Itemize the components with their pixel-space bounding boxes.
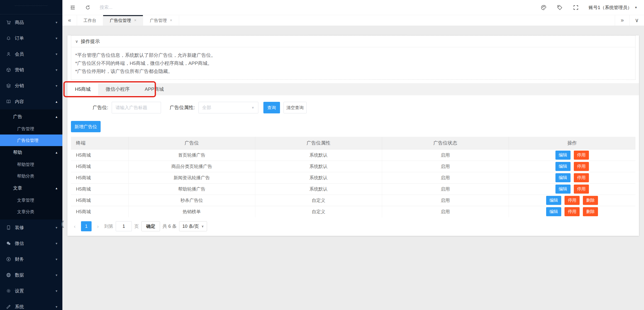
page-number-button[interactable]: 1	[81, 221, 92, 231]
attr-select[interactable]: 全部 ▼	[198, 102, 258, 113]
sidebar-item-help-category[interactable]: 帮助分类	[0, 170, 62, 182]
disable-button[interactable]: 停用	[574, 185, 589, 194]
edit-button[interactable]: 编辑	[546, 207, 561, 216]
goto-confirm-button[interactable]: 确定	[141, 221, 160, 231]
sidebar-item-distribution[interactable]: 分销 ▾	[0, 78, 62, 94]
refresh-icon[interactable]	[85, 4, 91, 11]
tab-app-mall[interactable]: APP商城	[137, 83, 171, 95]
close-icon[interactable]: ×	[170, 18, 172, 23]
sidebar-item-members[interactable]: 会员 ▾	[0, 46, 62, 62]
tab-ad-management[interactable]: 广告管理 ×	[143, 15, 179, 26]
query-button[interactable]: 查询	[263, 102, 280, 113]
delete-button[interactable]: 删除	[583, 196, 598, 205]
pagination: ‹ 1 › 到第 页 确定 共 6 条 10 条/页 ∨	[71, 221, 639, 231]
tab-wechat-miniprogram[interactable]: 微信小程序	[98, 83, 137, 95]
sidebar-item-goods[interactable]: 商品 ▾	[0, 14, 62, 30]
tab-h5-mall[interactable]: H5商城	[67, 83, 98, 95]
page-tabbar: « 工作台 广告位管理 × 广告管理 × » ∨	[62, 15, 644, 26]
disable-button[interactable]: 停用	[574, 151, 589, 160]
sidebar-item-finance[interactable]: 财务 ▾	[0, 251, 62, 267]
disable-button[interactable]: 停用	[565, 207, 580, 216]
tabs-more-button[interactable]: ∨	[629, 15, 644, 26]
sidebar-item-label: 财务	[15, 256, 56, 262]
tab-label: APP商城	[145, 86, 164, 93]
disable-button[interactable]: 停用	[565, 196, 580, 205]
edit-button[interactable]: 编辑	[555, 162, 571, 171]
sidebar-item-settings[interactable]: 设置 ▾	[0, 283, 62, 299]
tabs-scroll-right-button[interactable]: »	[615, 15, 629, 26]
prev-page-button[interactable]: ‹	[71, 224, 78, 229]
sidebar-group-articles[interactable]: 文章 ▴	[0, 182, 62, 194]
table-row: H5商城 帮助轮播广告 系统默认 启用 编辑 停用	[71, 183, 635, 195]
sidebar-group-label: 广告	[13, 114, 56, 120]
sidebar-item-label: 帮助分类	[17, 173, 34, 179]
sidebar-collapse-handle[interactable]: (	[61, 220, 64, 228]
sidebar-item-wechat[interactable]: 微信 ▾	[0, 235, 62, 251]
cell-attr: 自定义	[255, 195, 382, 206]
edit-button[interactable]: 编辑	[555, 185, 571, 194]
tab-workbench[interactable]: 工作台	[77, 15, 103, 26]
close-icon[interactable]: ×	[134, 18, 136, 23]
edit-button[interactable]: 编辑	[546, 196, 561, 205]
col-header-actions: 操作	[509, 137, 635, 149]
sidebar-item-ad-management[interactable]: 广告管理	[0, 123, 62, 135]
sidebar-item-marketing[interactable]: 营销 ▾	[0, 62, 62, 78]
fullscreen-icon[interactable]	[573, 4, 579, 11]
clear-query-button[interactable]: 清空查询	[284, 102, 307, 113]
chevron-down-icon: ▼	[634, 6, 637, 9]
global-search	[100, 5, 175, 10]
per-page-select[interactable]: 10 条/页 ∨	[179, 221, 207, 231]
sidebar-item-data[interactable]: 数据 ▾	[0, 267, 62, 283]
position-title-input[interactable]	[112, 102, 161, 113]
tips-panel: ∨ 操作提示 *平台管理广告位信息，系统默认了部分广告位，允许新建广告位。 *广…	[71, 35, 635, 80]
sidebar-item-label: 会员	[15, 51, 56, 57]
tips-title: 操作提示	[81, 38, 100, 45]
globe-icon	[6, 273, 11, 278]
delete-button[interactable]: 删除	[583, 207, 598, 216]
sidebar-group-ads[interactable]: 广告 ▴	[0, 110, 62, 123]
col-header-position: 广告位	[128, 137, 255, 149]
sidebar-item-content[interactable]: 内容 ▴	[0, 94, 62, 109]
chevron-up-icon: ▴	[56, 115, 57, 119]
add-ad-position-button[interactable]: 新增广告位	[71, 121, 101, 132]
cell-attr: 系统默认	[255, 172, 382, 183]
sidebar-item-article-category[interactable]: 文章分类	[0, 206, 62, 217]
next-page-button[interactable]: ›	[94, 224, 102, 229]
account-menu[interactable]: 账号1（系统管理员） ▼	[589, 5, 637, 11]
table-header-row: 终端 广告位 广告位属性 广告位状态 操作	[71, 137, 635, 149]
cell-position: 商品分类页轮播广告	[128, 161, 255, 172]
disable-button[interactable]: 停用	[574, 162, 589, 171]
search-input[interactable]	[100, 5, 175, 10]
sidebar-item-decoration[interactable]: 装修 ▾	[0, 219, 62, 235]
sidebar-item-ad-position-management[interactable]: 广告位管理	[0, 135, 62, 146]
sidebar-group-help[interactable]: 帮助 ▴	[0, 146, 62, 159]
col-header-status: 广告位状态	[382, 137, 509, 149]
sidebar-item-label: 内容	[15, 99, 56, 105]
edit-button[interactable]: 编辑	[555, 173, 571, 182]
page-content: ( ∨ 操作提示 *平台管理广告位信息，系统默认了部分广告位，允许新建广告位。 …	[62, 26, 644, 310]
cart-icon	[6, 20, 11, 25]
disable-button[interactable]: 停用	[574, 173, 589, 182]
tips-panel-header[interactable]: ∨ 操作提示	[71, 36, 635, 47]
tag-icon[interactable]	[556, 4, 563, 11]
goto-page-input[interactable]	[116, 221, 132, 231]
tab-ad-position-management[interactable]: 广告位管理 ×	[103, 15, 143, 26]
sidebar-item-label: 文章管理	[17, 197, 34, 203]
sidebar-item-orders[interactable]: 订单 ▾	[0, 30, 62, 46]
sidebar-item-label: 商品	[15, 19, 56, 25]
chevron-down-icon: ▾	[56, 36, 57, 40]
edit-button[interactable]: 编辑	[555, 151, 571, 160]
tabs-scroll-left-button[interactable]: «	[62, 15, 77, 26]
bell-icon	[6, 36, 11, 41]
sidebar-item-help-management[interactable]: 帮助管理	[0, 159, 62, 170]
book-icon	[6, 99, 11, 104]
tips-line: *广告位区分不同的终端，H5商城，微信小程序商城，APP商城。	[75, 59, 631, 67]
cell-terminal: H5商城	[71, 183, 128, 195]
sidebar-item-system[interactable]: 系统 ▾	[0, 299, 62, 310]
theme-palette-icon[interactable]	[540, 4, 547, 11]
tips-line: *平台管理广告位信息，系统默认了部分广告位，允许新建广告位。	[75, 51, 631, 59]
sidebar-item-article-management[interactable]: 文章管理	[0, 194, 62, 206]
menu-fold-icon[interactable]	[69, 4, 76, 11]
cell-status: 启用	[382, 195, 509, 206]
col-header-terminal: 终端	[71, 137, 128, 149]
